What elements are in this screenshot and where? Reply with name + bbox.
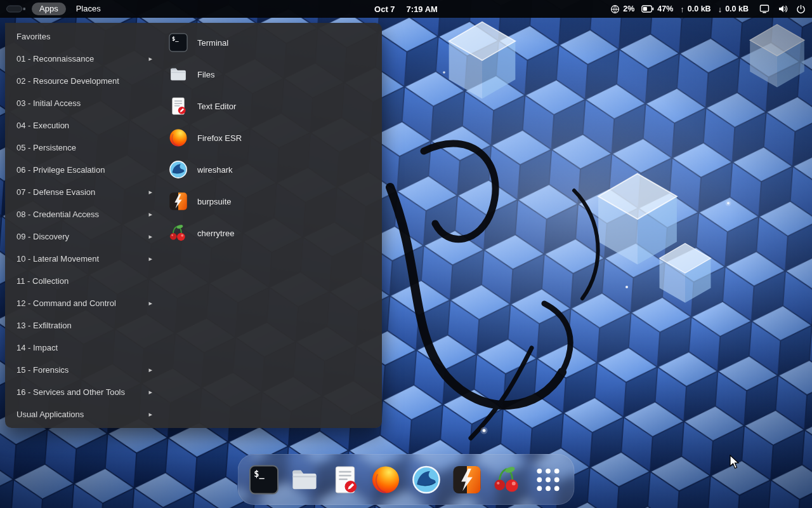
menu-category-label: 07 - Defense Evasion (16, 187, 95, 197)
clock[interactable]: Oct 7 7:19 AM (374, 4, 438, 14)
menu-category-label: 09 - Discovery (16, 232, 69, 241)
menu-category-label: 04 - Execution (16, 121, 69, 130)
menu-category-label: 11 - Collection (16, 276, 69, 286)
menu-category-label: 12 - Command and Control (16, 298, 116, 308)
menu-category-13-exfiltration[interactable]: 13 - Exfiltration (5, 314, 161, 337)
wireshark-icon (412, 465, 442, 495)
wireshark-icon (169, 160, 188, 179)
menu-category-label: 14 - Impact (16, 343, 58, 352)
menu-category-01-reconnaissance[interactable]: 01 - Reconnaissance▸ (5, 48, 161, 70)
places-menu-button[interactable]: Places (72, 3, 105, 15)
app-item-label: Files (197, 70, 214, 79)
dock-item-files[interactable] (290, 465, 320, 495)
terminal-icon: $_ (169, 33, 188, 52)
clock-date: Oct 7 (374, 4, 395, 14)
app-item-label: cherrytree (197, 229, 235, 238)
firefox-icon (169, 128, 188, 147)
menu-category-11-collection[interactable]: 11 - Collection (5, 270, 161, 292)
files-icon (169, 65, 188, 84)
app-item-label: burpsuite (197, 197, 231, 206)
dock: $_ (238, 454, 575, 505)
submenu-arrow-icon: ▸ (148, 366, 152, 374)
app-item-burpsuite[interactable]: burpsuite (161, 185, 382, 217)
net-download-value: 0.0 kB (725, 4, 749, 13)
battery-percent: 47% (657, 4, 673, 13)
app-item-cherrytree[interactable]: cherrytree (161, 217, 382, 249)
menu-category-label: 01 - Reconnaissance (16, 54, 94, 64)
app-item-label: Text Editor (197, 102, 236, 111)
top-bar: Apps Places Oct 7 7:19 AM 2% 47% ↑ 0.0 k… (0, 0, 812, 18)
menu-category-14-impact[interactable]: 14 - Impact (5, 337, 161, 359)
text-editor-icon (331, 465, 360, 495)
app-item-wireshark[interactable]: wireshark (161, 154, 382, 185)
menu-category-label: 08 - Credential Access (16, 210, 99, 219)
menu-category-03-initial-access[interactable]: 03 - Initial Access (5, 92, 161, 114)
battery-indicator[interactable]: 47% (641, 4, 673, 13)
menu-category-16-services-and-other-tools[interactable]: 16 - Services and Other Tools▸ (5, 381, 161, 403)
show-apps-icon (534, 465, 563, 495)
display-icon[interactable] (759, 4, 769, 14)
terminal-icon: $_ (249, 465, 279, 495)
menu-category-02-resource-development[interactable]: 02 - Resource Development (5, 70, 161, 92)
app-item-label: Firefox ESR (197, 133, 242, 143)
menu-category-09-discovery[interactable]: 09 - Discovery▸ (5, 225, 161, 248)
cherrytree-icon (493, 465, 523, 495)
dock-item-text-editor[interactable] (331, 465, 360, 495)
app-item-files[interactable]: Files (161, 58, 382, 90)
menu-category-06-privilege-escalation[interactable]: 06 - Privilege Escalation (5, 159, 161, 181)
usage-percent: 2% (623, 4, 634, 13)
submenu-arrow-icon: ▸ (148, 255, 152, 263)
burpsuite-icon (452, 465, 482, 495)
firefox-icon (371, 465, 401, 495)
submenu-arrow-icon: ▸ (148, 388, 152, 396)
menu-category-12-command-and-control[interactable]: 12 - Command and Control▸ (5, 292, 161, 314)
cherrytree-icon (169, 224, 188, 243)
menu-category-favorites[interactable]: Favorites (5, 25, 161, 48)
submenu-arrow-icon: ▸ (148, 299, 152, 307)
menu-category-10-lateral-movement[interactable]: 10 - Lateral Movement▸ (5, 248, 161, 270)
app-item-label: wireshark (197, 165, 233, 175)
submenu-arrow-icon: ▸ (148, 188, 152, 196)
menu-category-15-forensics[interactable]: 15 - Forensics▸ (5, 359, 161, 381)
volume-icon[interactable] (778, 4, 788, 14)
svg-text:$_: $_ (254, 468, 265, 479)
menu-category-label: 03 - Initial Access (16, 98, 81, 108)
app-item-text-editor[interactable]: Text Editor (161, 90, 382, 122)
kali-logo-icon[interactable] (6, 5, 25, 13)
dock-item-show-apps[interactable] (534, 465, 563, 495)
usage-indicator[interactable]: 2% (610, 4, 634, 14)
dock-item-firefox[interactable] (371, 465, 401, 495)
apps-menu-button[interactable]: Apps (32, 3, 66, 15)
menu-category-08-credential-access[interactable]: 08 - Credential Access▸ (5, 203, 161, 225)
dock-item-wireshark[interactable] (412, 465, 442, 495)
burpsuite-icon (169, 192, 188, 211)
network-globe-icon (610, 4, 620, 14)
app-item-label: Terminal (197, 38, 228, 48)
app-item-firefox-esr[interactable]: Firefox ESR (161, 122, 382, 154)
net-upload-indicator: ↑ 0.0 kB (680, 4, 710, 14)
menu-category-07-defense-evasion[interactable]: 07 - Defense Evasion▸ (5, 181, 161, 203)
mouse-cursor (730, 455, 741, 470)
menu-category-label: 15 - Forensics (16, 365, 69, 375)
submenu-arrow-icon: ▸ (148, 410, 152, 418)
files-icon (290, 465, 320, 495)
power-icon[interactable] (796, 4, 806, 14)
dock-item-burpsuite[interactable] (452, 465, 482, 495)
menu-category-05-persistence[interactable]: 05 - Persistence (5, 137, 161, 159)
app-item-terminal[interactable]: $_Terminal (161, 27, 382, 58)
applications-menu: Favorites01 - Reconnaissance▸02 - Resour… (5, 23, 382, 428)
text-editor-icon (169, 97, 188, 116)
dock-item-terminal[interactable]: $_ (249, 465, 279, 495)
dock-item-cherrytree[interactable] (493, 465, 523, 495)
menu-category-label: 06 - Privilege Escalation (16, 165, 105, 175)
submenu-arrow-icon: ▸ (148, 210, 152, 218)
menu-category-label: Favorites (16, 32, 50, 41)
download-icon: ↓ (718, 4, 723, 14)
menu-category-usual-applications[interactable]: Usual Applications▸ (5, 403, 161, 425)
upload-icon: ↑ (680, 4, 684, 14)
menu-app-list: $_TerminalFilesText EditorFirefox ESRwir… (161, 23, 382, 428)
net-download-indicator: ↓ 0.0 kB (718, 4, 749, 14)
menu-category-04-execution[interactable]: 04 - Execution (5, 114, 161, 137)
submenu-arrow-icon: ▸ (148, 232, 152, 241)
svg-text:$_: $_ (172, 36, 179, 42)
